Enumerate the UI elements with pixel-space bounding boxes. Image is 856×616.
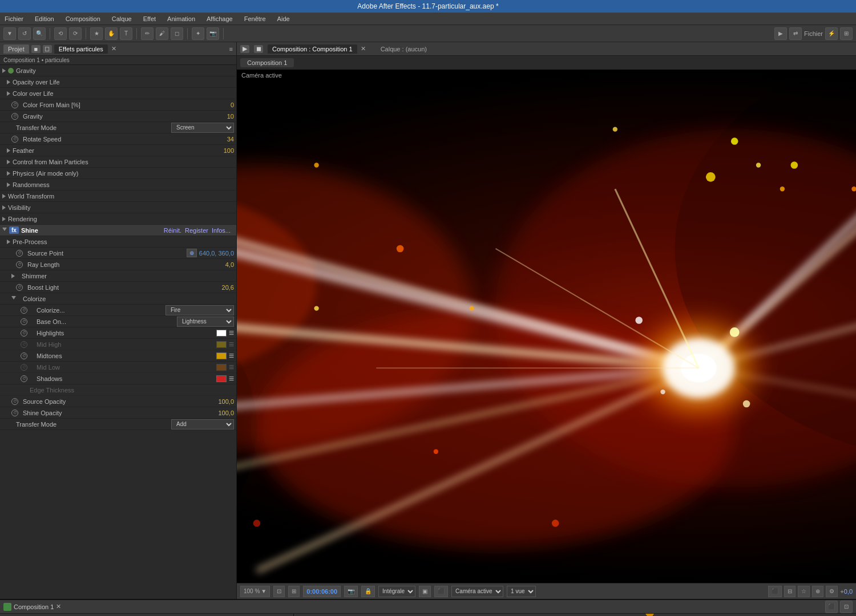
randomness-row[interactable]: Randomness <box>0 179 236 191</box>
opacity-life-row[interactable]: Opacity over Life <box>0 76 236 88</box>
source-pt-watch[interactable]: ⏱ <box>16 250 23 257</box>
comp-view-tab[interactable]: Composition : Composition 1 <box>268 44 357 54</box>
midtones-watch[interactable]: ⏱ <box>21 352 27 359</box>
shine-infos[interactable]: Infos... <box>212 227 231 234</box>
transfer-mode-row[interactable]: Transfer Mode Screen Normal Add <box>0 122 236 133</box>
midtones-swatch[interactable] <box>216 352 227 359</box>
tool-rotate[interactable]: ↺ <box>18 27 31 40</box>
gravity-val-row[interactable]: ⏱ Gravity 10 <box>0 111 236 122</box>
boost-watch[interactable]: ⏱ <box>16 284 23 291</box>
tl-btn-1[interactable]: ⬛ <box>825 601 838 613</box>
color-life-row[interactable]: Color over Life <box>0 88 236 99</box>
layer-tab[interactable]: Calque : (aucun) <box>375 44 433 54</box>
world-transform-row[interactable]: World Transform <box>0 191 236 202</box>
comp-tab-close[interactable]: ✕ <box>361 45 366 52</box>
shine-reinit[interactable]: Réinit. <box>164 227 181 234</box>
tool-camera[interactable]: 📷 <box>207 27 219 40</box>
boost-light-value[interactable]: 20,6 <box>200 284 234 291</box>
menu-effet[interactable]: Effet <box>141 14 158 23</box>
shadows-edit[interactable]: ≡ <box>229 374 234 384</box>
tool-zoom[interactable]: 🔍 <box>33 27 46 40</box>
snapping-btn2[interactable]: ⊞ <box>840 27 853 40</box>
project-tab[interactable]: Projet <box>3 44 29 54</box>
alpha-btn[interactable]: ⬛ <box>434 586 448 597</box>
midtones-edit[interactable]: ≡ <box>229 351 234 361</box>
midtones-row[interactable]: ⏱ Midtones ≡ <box>0 350 236 362</box>
physics-row[interactable]: Physics (Air mode only) <box>0 168 236 179</box>
rotate-speed-value[interactable]: 34 <box>200 136 234 143</box>
zoom-display[interactable]: 100 % ▼ <box>240 586 270 597</box>
effects-tab[interactable]: Effets particules <box>54 44 108 54</box>
ray-len-watch[interactable]: ⏱ <box>16 261 23 268</box>
tl-btn-2[interactable]: ⊡ <box>840 601 853 613</box>
panel-icon-2[interactable]: ◻ <box>43 45 52 53</box>
menu-composition[interactable]: Composition <box>63 14 103 23</box>
control-main-row[interactable]: Control from Main Particles <box>0 156 236 168</box>
source-point-row[interactable]: ⏱ Source Point ⊕ 640,0, 360,0 <box>0 248 236 259</box>
preprocess-row[interactable]: Pre-Process <box>0 236 236 248</box>
color-main-value[interactable]: 0 <box>200 102 234 108</box>
menu-aide[interactable]: Aide <box>275 14 292 23</box>
menu-affichage[interactable]: Affichage <box>204 14 235 23</box>
color-main-row[interactable]: ⏱ Color From Main [%] 0 <box>0 99 236 111</box>
source-opacity-value[interactable]: 100,0 <box>200 398 234 405</box>
menu-animation[interactable]: Animation <box>165 14 197 23</box>
viewer-btn-a[interactable]: ⬛ <box>768 586 782 597</box>
rotate-speed-row[interactable]: ⏱ Rotate Speed 34 <box>0 133 236 145</box>
tool-brush[interactable]: 🖌 <box>156 27 168 40</box>
highlights-watch[interactable]: ⏱ <box>21 330 27 337</box>
tool-sync[interactable]: ⇄ <box>789 27 802 40</box>
effects-tab-close[interactable]: ✕ <box>111 45 116 52</box>
shine-opacity-row[interactable]: ⏱ Shine Opacity 100,0 <box>0 407 236 419</box>
camera-btn[interactable]: 📷 <box>344 586 358 597</box>
menu-fichier[interactable]: Fichier <box>2 14 26 23</box>
shine-transfer-row[interactable]: Transfer Mode Add Screen Normal <box>0 419 236 430</box>
rotate-speed-stopwatch[interactable]: ⏱ <box>11 136 18 143</box>
base-on-watch[interactable]: ⏱ <box>21 318 27 325</box>
comp1-tab[interactable]: Composition 1 <box>240 58 294 67</box>
rendering-row[interactable]: Rendering <box>0 213 236 225</box>
feather-value[interactable]: 100 <box>200 147 234 154</box>
panel-menu[interactable]: ≡ <box>229 46 233 52</box>
tool-hand[interactable]: ✋ <box>105 27 118 40</box>
shimmer-row[interactable]: Shimmer <box>0 270 236 282</box>
grid-btn[interactable]: ⊞ <box>288 586 300 597</box>
viewer-btn-d[interactable]: ⊕ <box>812 586 823 597</box>
quality-select[interactable]: Intégrale <box>378 586 415 597</box>
tool-star[interactable]: ★ <box>90 27 103 40</box>
render-btn[interactable]: ▣ <box>419 586 431 597</box>
gravity-stopwatch[interactable]: ⏱ <box>11 113 18 120</box>
tool-undo[interactable]: ⟲ <box>54 27 67 40</box>
menu-fenetre[interactable]: Fenêtre <box>242 14 268 23</box>
base-on-dropdown[interactable]: Lightness Luminance <box>177 317 234 327</box>
viewer-btn-b[interactable]: ⊟ <box>784 586 796 597</box>
gravity-row[interactable]: Gravity <box>0 65 236 76</box>
highlights-row[interactable]: ⏱ Highlights ≡ <box>0 327 236 339</box>
source-point-value[interactable]: 640,0, 360,0 <box>199 250 234 257</box>
lock-btn[interactable]: 🔒 <box>361 586 375 597</box>
color-main-stopwatch[interactable]: ⏱ <box>11 102 18 108</box>
source-opacity-row[interactable]: ⏱ Source Opacity 100,0 <box>0 396 236 407</box>
viewer-btn-e[interactable]: ⚙ <box>826 586 838 597</box>
tool-render[interactable]: ▶ <box>774 27 787 40</box>
shine-transfer-select[interactable]: Add Screen Normal <box>171 419 234 429</box>
tool-text[interactable]: T <box>120 27 132 40</box>
viewer-btn-c[interactable]: ☆ <box>798 586 810 597</box>
colorize-color-row[interactable]: ⏱ Colorize... Fire Custom None <box>0 305 236 316</box>
shine-fx-header[interactable]: fx Shine Réinit. Register Infos... <box>0 225 236 236</box>
highlights-edit[interactable]: ≡ <box>229 328 234 338</box>
shadows-swatch[interactable] <box>216 375 227 382</box>
boost-light-row[interactable]: ⏱ Boost Light 20,6 <box>0 282 236 293</box>
shine-opacity-value[interactable]: 100,0 <box>200 410 234 416</box>
transfer-mode-select[interactable]: Screen Normal Add <box>171 123 234 133</box>
snapping-btn1[interactable]: ⚡ <box>825 27 838 40</box>
timecode-display[interactable]: 0:00:06:00 <box>303 586 341 597</box>
colorize-watch[interactable]: ⏱ <box>21 307 27 314</box>
menu-edition[interactable]: Edition <box>33 14 56 23</box>
tool-redo[interactable]: ⟳ <box>69 27 82 40</box>
feather-row[interactable]: Feather 100 <box>0 145 236 156</box>
timeline-tab-close[interactable]: ✕ <box>56 603 61 610</box>
tool-shape[interactable]: ◻ <box>171 27 183 40</box>
tool-pen[interactable]: ✏ <box>141 27 154 40</box>
src-opacity-watch[interactable]: ⏱ <box>11 398 18 405</box>
